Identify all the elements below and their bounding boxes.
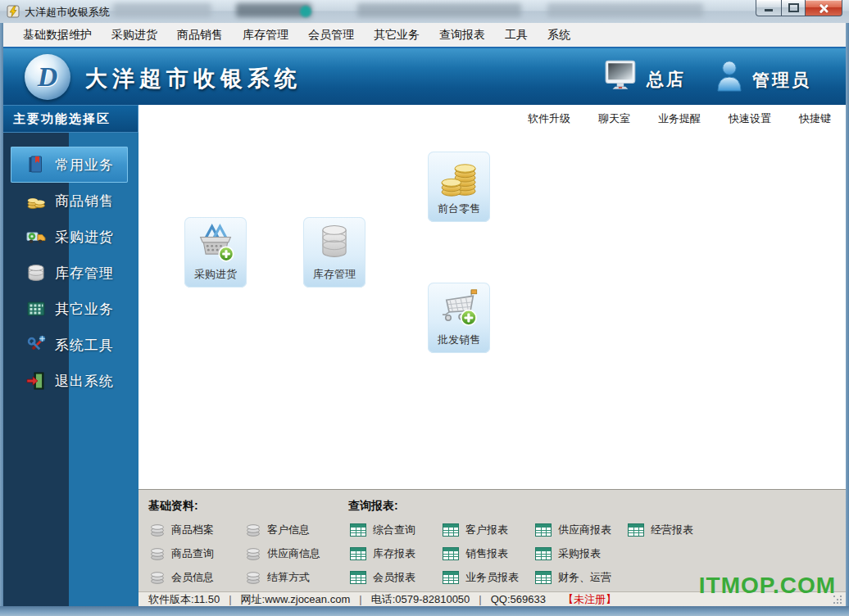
logo-letter: D xyxy=(38,61,58,93)
sidebar-item-inventory[interactable]: 库存管理 xyxy=(11,255,128,291)
tile-front-desk-retail[interactable]: 前台零售 xyxy=(428,152,490,222)
shortcut-goods-query[interactable]: 商品查询 xyxy=(150,546,246,561)
tools-icon xyxy=(25,334,47,356)
glass-artifact xyxy=(547,3,703,17)
report-label: 供应商报表 xyxy=(558,523,611,537)
report-label: 采购报表 xyxy=(558,546,601,561)
tile-wholesale-sales[interactable]: 批发销售 xyxy=(428,283,490,353)
report-customer[interactable]: 客户报表 xyxy=(443,523,535,537)
sidebar-item-purchasing[interactable]: 采购进货 xyxy=(11,219,128,255)
status-qq: QQ:569633 xyxy=(491,593,546,605)
sidebar-item-common-business[interactable]: 常用业务 xyxy=(11,147,128,183)
sidebar-title: 主要功能选择区 xyxy=(3,105,138,133)
menu-item-members[interactable]: 会员管理 xyxy=(300,25,362,46)
titlebar[interactable]: 大洋超市收银系统 xyxy=(0,0,849,24)
separator: | xyxy=(229,593,231,605)
shortcut-supplier-info[interactable]: 供应商信息 xyxy=(246,546,342,561)
sidebar-item-exit-system[interactable]: 退出系统 xyxy=(11,363,128,399)
shortcut-label: 客户信息 xyxy=(267,523,310,537)
report-label: 客户报表 xyxy=(465,523,508,537)
report-sales[interactable]: 销售报表 xyxy=(443,546,535,561)
link-chat-room[interactable]: 聊天室 xyxy=(598,111,630,126)
report-label: 综合查询 xyxy=(373,523,415,537)
coins-icon xyxy=(25,190,47,211)
menu-item-base-data[interactable]: 基础数据维护 xyxy=(15,25,100,46)
app-header: D 大洋超市收银系统 总店 管理员 xyxy=(3,48,846,105)
sidebar-item-label: 库存管理 xyxy=(55,264,114,283)
report-table-icon xyxy=(443,571,459,584)
report-table-icon xyxy=(443,523,459,537)
reports-grid: 综合查询 库存报表 会员报表 客户报表 销售报表 业务员报表 供应商报表 采购报… xyxy=(350,518,720,589)
close-icon xyxy=(819,3,829,13)
tile-label: 前台零售 xyxy=(438,202,480,216)
sidebar-item-system-tools[interactable]: 系统工具 xyxy=(11,327,128,363)
menu-item-purchasing[interactable]: 采购进货 xyxy=(103,25,166,46)
menu-item-system[interactable]: 系统 xyxy=(539,25,579,46)
base-data-title: 基础资料: xyxy=(148,499,198,514)
tile-label: 采购进货 xyxy=(194,267,237,282)
cart-add-icon xyxy=(438,286,480,330)
maximize-button[interactable] xyxy=(782,0,806,16)
report-table-icon xyxy=(350,571,366,584)
shortcut-label: 结算方式 xyxy=(267,570,310,585)
window-border xyxy=(0,23,3,616)
link-quick-settings[interactable]: 快速设置 xyxy=(729,111,771,126)
app-logo: D xyxy=(25,54,70,100)
tile-label: 库存管理 xyxy=(313,267,356,282)
glass-artifact xyxy=(357,3,521,17)
status-phone: 电话:0579-82810050 xyxy=(371,592,470,607)
menu-bar: 基础数据维护 采购进货 商品销售 库存管理 会员管理 其它业务 查询报表 工具 … xyxy=(3,23,846,48)
tile-purchasing[interactable]: 采购进货 xyxy=(184,217,247,288)
report-table-icon xyxy=(535,547,552,560)
sidebar-item-label: 采购进货 xyxy=(55,228,114,247)
close-button[interactable] xyxy=(806,0,842,16)
sidebar-item-label: 退出系统 xyxy=(55,372,114,391)
link-shortcut-keys[interactable]: 快捷键 xyxy=(799,111,831,126)
report-inventory[interactable]: 库存报表 xyxy=(350,546,443,561)
menu-item-inventory[interactable]: 库存管理 xyxy=(234,25,297,46)
report-finance-operations[interactable]: 财务、运营 xyxy=(535,570,628,585)
minimize-icon xyxy=(765,9,773,11)
report-purchasing[interactable]: 采购报表 xyxy=(535,546,628,561)
report-label: 业务员报表 xyxy=(465,570,519,585)
sidebar-item-goods-sales[interactable]: 商品销售 xyxy=(11,183,128,219)
report-label: 库存报表 xyxy=(373,546,415,561)
separator: | xyxy=(359,593,361,605)
shortcut-settlement-method[interactable]: 结算方式 xyxy=(246,570,342,585)
tile-inventory[interactable]: 库存管理 xyxy=(303,217,365,288)
tile-label: 批发销售 xyxy=(438,333,480,347)
link-business-reminder[interactable]: 业务提醒 xyxy=(658,111,701,126)
separator: | xyxy=(479,593,481,605)
watermark: ITMOP.COM xyxy=(699,573,836,599)
report-supplier[interactable]: 供应商报表 xyxy=(535,523,628,537)
menu-item-sales[interactable]: 商品销售 xyxy=(169,25,231,46)
reports-title: 查询报表: xyxy=(348,499,398,514)
shortcut-member-info[interactable]: 会员信息 xyxy=(150,570,246,585)
user-icon xyxy=(715,60,744,93)
report-label: 销售报表 xyxy=(465,546,508,561)
menu-item-other[interactable]: 其它业务 xyxy=(365,25,428,46)
report-business[interactable]: 经营报表 xyxy=(628,523,720,537)
app-icon xyxy=(7,5,20,18)
status-version: 软件版本:11.50 xyxy=(148,592,220,607)
shortcut-customer-info[interactable]: 客户信息 xyxy=(246,523,342,537)
shortcut-goods-archive[interactable]: 商品档案 xyxy=(150,523,246,537)
link-software-upgrade[interactable]: 软件升级 xyxy=(528,111,570,126)
database-icon xyxy=(313,220,356,265)
report-member[interactable]: 会员报表 xyxy=(350,570,443,585)
report-salesperson[interactable]: 业务员报表 xyxy=(443,570,535,585)
report-label: 会员报表 xyxy=(373,570,415,585)
menu-item-reports[interactable]: 查询报表 xyxy=(431,25,493,46)
glass-artifact xyxy=(113,3,211,17)
sidebar-item-other-business[interactable]: 其它业务 xyxy=(11,291,128,327)
shortcut-label: 供应商信息 xyxy=(267,546,320,561)
minimize-button[interactable] xyxy=(756,0,782,16)
database-icon xyxy=(246,523,261,537)
report-table-icon xyxy=(350,523,366,537)
window-border xyxy=(846,23,849,616)
menu-item-tools[interactable]: 工具 xyxy=(497,25,536,46)
database-icon xyxy=(150,571,165,584)
sidebar-item-label: 常用业务 xyxy=(55,156,114,174)
glass-artifact xyxy=(300,6,311,17)
report-comprehensive-query[interactable]: 综合查询 xyxy=(350,523,443,537)
